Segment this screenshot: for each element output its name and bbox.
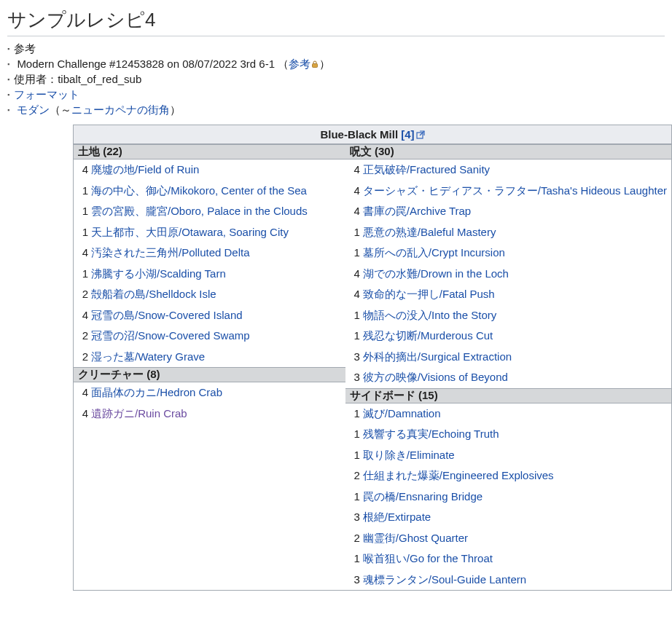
card-qty: 3: [350, 347, 360, 368]
card-line: 1滅び/Damnation: [350, 403, 667, 425]
card-line: 1沸騰する小湖/Scalding Tarn: [78, 264, 341, 285]
card-qty: 4: [78, 403, 88, 425]
card-line: 4遺跡ガニ/Ruin Crab: [78, 403, 341, 425]
card-line: 3彼方の映像/Visions of Beyond: [350, 367, 667, 388]
card-line: 3魂標ランタン/Soul-Guide Lantern: [350, 570, 667, 591]
card-link[interactable]: 遺跡ガニ/Ruin Crab: [91, 407, 187, 420]
card-link[interactable]: 物語への没入/Into the Story: [363, 309, 496, 321]
card-qty: 4: [350, 284, 360, 305]
card-line: 1海の中心、御心/Mikokoro, Center of the Sea: [78, 181, 341, 202]
card-line: 4書庫の罠/Archive Trap: [350, 201, 667, 222]
card-link[interactable]: 残忍な切断/Murderous Cut: [363, 329, 493, 342]
card-qty: 1: [350, 243, 360, 264]
card-qty: 3: [350, 570, 360, 591]
spell-header: 呪文 (30): [345, 145, 671, 160]
card-link[interactable]: 汚染された三角州/Polluted Delta: [91, 246, 250, 259]
card-link[interactable]: 外科的摘出/Surgical Extraction: [363, 350, 512, 363]
card-link[interactable]: 殻船着の島/Shelldock Isle: [91, 288, 216, 300]
card-line: 4冠雪の島/Snow-Covered Island: [78, 305, 341, 326]
creature-header: クリーチャー (8): [74, 368, 345, 382]
card-link[interactable]: 根絶/Extirpate: [363, 511, 431, 523]
card-qty: 4: [350, 201, 360, 222]
event-reference-link[interactable]: 参考: [289, 58, 310, 70]
card-link[interactable]: 罠の橋/Ensnaring Bridge: [363, 490, 482, 503]
card-qty: 1: [78, 181, 88, 202]
card-line: 4湖での水難/Drown in the Loch: [350, 264, 667, 285]
card-link[interactable]: 幽霊街/Ghost Quarter: [363, 532, 468, 544]
land-header: 土地 (22): [74, 145, 345, 160]
card-link[interactable]: 悪意の熟達/Baleful Mastery: [363, 226, 496, 238]
event-line: Modern Challenge #12453828 on 08/07/2022…: [17, 58, 275, 70]
card-line: 1罠の橋/Ensnaring Bridge: [350, 487, 667, 508]
deck-title-text: Blue-Black Mill: [320, 128, 401, 141]
card-line: 1残忍な切断/Murderous Cut: [350, 326, 667, 347]
card-link[interactable]: 取り除き/Eliminate: [363, 449, 455, 461]
card-qty: 2: [78, 284, 88, 305]
card-qty: 2: [78, 326, 88, 347]
reference-item: 参考: [7, 42, 665, 56]
card-link[interactable]: 彼方の映像/Visions of Beyond: [363, 371, 508, 383]
card-qty: 2: [350, 465, 360, 487]
card-link[interactable]: 魂標ランタン/Soul-Guide Lantern: [363, 573, 526, 586]
card-line: 1喉首狙い/Go for the Throat: [350, 548, 667, 570]
card-link[interactable]: 天上都市、大田原/Otawara, Soaring City: [91, 226, 289, 238]
deck-title-link[interactable]: [4]: [401, 128, 414, 141]
format-name-link[interactable]: モダン: [17, 103, 50, 116]
card-qty: 1: [350, 403, 360, 425]
format-detail-item: モダン（～ニューカペナの街角）: [7, 103, 665, 117]
card-qty: 3: [350, 507, 360, 528]
event-paren: （参考）: [278, 58, 330, 70]
card-link[interactable]: 致命的な一押し/Fatal Push: [363, 288, 495, 300]
card-link[interactable]: 仕組まれた爆薬/Engineered Explosives: [363, 469, 554, 481]
deck-left-column: 土地 (22) 4廃墟の地/Field of Ruin1海の中心、御心/Miko…: [74, 144, 345, 424]
card-link[interactable]: 冠雪の沼/Snow-Covered Swamp: [91, 329, 250, 342]
card-qty: 1: [78, 222, 88, 243]
card-link[interactable]: 書庫の罠/Archive Trap: [363, 205, 471, 217]
card-link[interactable]: 湿った墓/Watery Grave: [91, 350, 205, 363]
card-link[interactable]: 正気破砕/Fractured Sanity: [363, 163, 490, 176]
card-line: 2冠雪の沼/Snow-Covered Swamp: [78, 326, 341, 347]
card-line: 4正気破砕/Fractured Sanity: [350, 160, 667, 181]
format-link[interactable]: フォーマット: [14, 88, 79, 101]
card-link[interactable]: 湖での水難/Drown in the Loch: [363, 267, 509, 280]
spells-cell: 4正気破砕/Fractured Sanity4ターシャズ・ヒディアス・ラフター/…: [345, 160, 671, 389]
format-paren: （～ニューカペナの街角）: [50, 103, 181, 116]
card-line: 1雲の宮殿、朧宮/Oboro, Palace in the Clouds: [78, 201, 341, 222]
card-qty: 1: [350, 548, 360, 570]
card-qty: 1: [78, 201, 88, 222]
card-line: 3外科的摘出/Surgical Extraction: [350, 347, 667, 368]
card-link[interactable]: 喉首狙い/Go for the Throat: [363, 552, 493, 564]
card-line: 1天上都市、大田原/Otawara, Soaring City: [78, 222, 341, 243]
card-link[interactable]: ターシャズ・ヒディアス・ラフター/Tasha's Hideous Laughte…: [363, 184, 667, 197]
user-label: 使用者：tibalt_of_red_sub: [14, 73, 141, 85]
card-line: 1物語への没入/Into the Story: [350, 305, 667, 326]
card-link[interactable]: 墓所への乱入/Crypt Incursion: [363, 246, 505, 259]
card-qty: 1: [350, 326, 360, 347]
card-qty: 1: [350, 424, 360, 445]
card-line: 2湿った墓/Watery Grave: [78, 347, 341, 368]
page-title: サンプルレシピ4: [7, 7, 665, 36]
lands-cell: 4廃墟の地/Field of Ruin1海の中心、御心/Mikokoro, Ce…: [74, 160, 345, 368]
card-link[interactable]: 面晶体のカニ/Hedron Crab: [91, 386, 222, 398]
card-link[interactable]: 残響する真実/Echoing Truth: [363, 428, 499, 440]
meta-list: 参考 Modern Challenge #12453828 on 08/07/2…: [7, 42, 665, 117]
card-link[interactable]: 冠雪の島/Snow-Covered Island: [91, 309, 243, 321]
format-set-link[interactable]: ニューカペナの街角: [71, 103, 170, 116]
card-link[interactable]: 雲の宮殿、朧宮/Oboro, Palace in the Clouds: [91, 205, 308, 217]
card-qty: 1: [350, 487, 360, 508]
card-link[interactable]: 沸騰する小湖/Scalding Tarn: [91, 267, 226, 280]
card-qty: 1: [78, 264, 88, 285]
card-line: 4致命的な一押し/Fatal Push: [350, 284, 667, 305]
card-line: 2殻船着の島/Shelldock Isle: [78, 284, 341, 305]
card-link[interactable]: 滅び/Damnation: [363, 407, 441, 420]
card-link[interactable]: 廃墟の地/Field of Ruin: [91, 163, 199, 176]
card-qty: 1: [350, 222, 360, 243]
external-link-icon: [416, 129, 425, 138]
card-link[interactable]: 海の中心、御心/Mikokoro, Center of the Sea: [91, 184, 307, 197]
card-qty: 1: [350, 445, 360, 466]
sideboard-header: サイドボード (15): [345, 388, 671, 403]
card-line: 4面晶体のカニ/Hedron Crab: [78, 382, 341, 403]
sideboard-cell: 1滅び/Damnation1残響する真実/Echoing Truth1取り除き/…: [345, 403, 671, 590]
card-line: 4廃墟の地/Field of Ruin: [78, 160, 341, 181]
card-line: 4汚染された三角州/Polluted Delta: [78, 243, 341, 264]
